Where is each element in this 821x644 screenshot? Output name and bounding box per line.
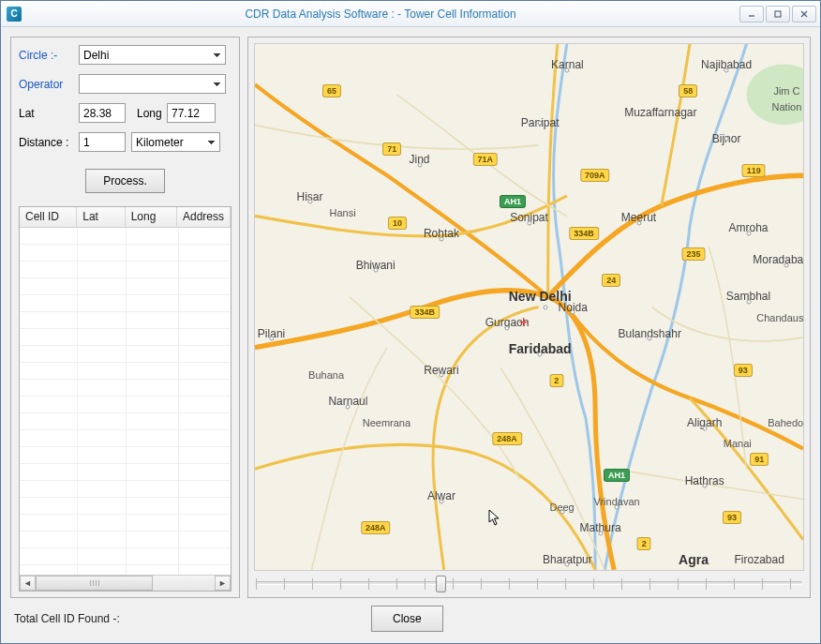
svg-rect-4 (255, 44, 803, 570)
svg-rect-1 (775, 11, 781, 17)
right-panel: KarnalNajibabadPanipatMuzaffarnagarBijno… (247, 37, 811, 598)
app-window: C CDR Data Analysis Software : - Tower C… (0, 0, 821, 644)
slider-ticks (256, 578, 802, 590)
distance-input[interactable] (79, 132, 126, 152)
table-body[interactable] (20, 228, 231, 575)
distance-label: Distance : (19, 136, 79, 149)
horizontal-scrollbar[interactable]: ◄ ► (20, 575, 231, 591)
lat-input[interactable] (79, 103, 126, 123)
col-lat[interactable]: Lat (77, 207, 125, 227)
titlebar: C CDR Data Analysis Software : - Tower C… (1, 1, 820, 27)
app-icon: C (7, 7, 22, 22)
minimize-button[interactable] (739, 6, 764, 22)
long-label: Long (137, 107, 167, 120)
main-row: Circle :- Delhi Operator Lat (10, 37, 811, 598)
map-zoom-slider[interactable] (254, 571, 804, 592)
map-canvas (255, 44, 803, 570)
window-title: CDR Data Analysis Software : - Tower Cel… (22, 7, 739, 21)
slider-thumb[interactable] (436, 576, 446, 592)
col-cell-id[interactable]: Cell ID (20, 207, 77, 227)
lat-label: Lat (19, 107, 79, 120)
operator-select[interactable] (79, 74, 226, 94)
window-controls (739, 6, 820, 22)
process-button[interactable]: Process. (85, 169, 165, 193)
left-panel: Circle :- Delhi Operator Lat (10, 37, 240, 598)
close-window-button[interactable] (792, 6, 816, 22)
scroll-left-button[interactable]: ◄ (20, 576, 36, 591)
results-table: Cell ID Lat Long Address ◄ ► (19, 206, 231, 592)
scroll-track[interactable] (36, 576, 215, 591)
circle-label: Circle :- (19, 49, 79, 62)
operator-label: Operator (19, 78, 79, 91)
footer: Total Cell ID Found -: Close (10, 598, 811, 634)
client-area: Circle :- Delhi Operator Lat (1, 27, 820, 643)
slider-track[interactable] (256, 581, 802, 585)
table-header: Cell ID Lat Long Address (20, 207, 231, 228)
long-input[interactable] (167, 103, 216, 123)
close-button[interactable]: Close (371, 606, 443, 632)
maximize-button[interactable] (766, 6, 790, 22)
col-long[interactable]: Long (126, 207, 177, 227)
scroll-thumb[interactable] (36, 576, 153, 591)
distance-unit-select[interactable]: Kilometer (131, 132, 220, 152)
map-view[interactable]: KarnalNajibabadPanipatMuzaffarnagarBijno… (254, 43, 804, 571)
col-address[interactable]: Address (177, 207, 231, 227)
form: Circle :- Delhi Operator Lat (19, 45, 231, 152)
scroll-right-button[interactable]: ► (215, 576, 231, 591)
status-text: Total Cell ID Found -: (14, 612, 120, 625)
circle-select[interactable]: Delhi (79, 45, 226, 65)
